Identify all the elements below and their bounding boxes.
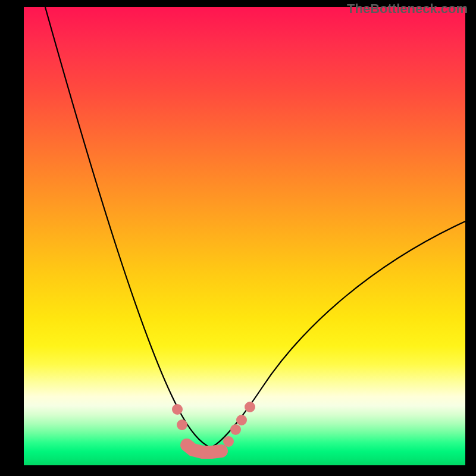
bottleneck-curve bbox=[45, 7, 465, 447]
marker-dot bbox=[177, 419, 187, 430]
marker-dot bbox=[230, 424, 241, 435]
marker-dot bbox=[172, 404, 183, 415]
marker-dot bbox=[245, 402, 255, 412]
marker-floor bbox=[187, 445, 221, 452]
marker-dot bbox=[236, 415, 247, 425]
marker-dot bbox=[223, 436, 234, 447]
curve-layer bbox=[24, 7, 465, 465]
chart-frame: TheBottleneck.com bbox=[0, 0, 476, 476]
